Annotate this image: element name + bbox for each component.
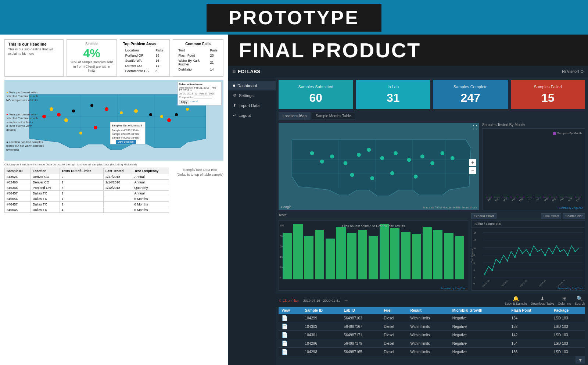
scatter-plot-btn[interactable]: Scatter Plot (563, 213, 585, 219)
kpi-complete-value: 247 (439, 91, 502, 105)
top-problems-title: Top Problem Areas (123, 42, 167, 46)
table-row[interactable]: #43524Denver CO22/17/2018Annual (5, 174, 169, 180)
clear-filter-btn[interactable]: ✕ Clear Filter (279, 299, 299, 303)
tests-label: Tests: (279, 213, 470, 219)
zoom-in-btn[interactable]: + (469, 159, 476, 166)
table-row[interactable]: 📄104301564987171DieselWithin limitsNegat… (279, 331, 585, 339)
view-icon[interactable]: 📄 (279, 339, 302, 348)
svg-text:Sample # 53455  3 Fails: Sample # 53455 3 Fails (112, 133, 139, 136)
green-bar[interactable] (380, 224, 389, 279)
svg-point-14 (134, 109, 138, 113)
columns-btn[interactable]: ⊞ Columns (558, 296, 571, 305)
svg-text:0: 0 (473, 282, 475, 285)
download-table-btn[interactable]: ⬇ Download Table (531, 296, 554, 305)
table-row[interactable]: #45346Portland OR32/12/2018Quarterly (5, 185, 169, 191)
svg-text:Sample # 00566  3 Fails: Sample # 00566 3 Fails (112, 136, 139, 139)
logout-icon: ↩ (233, 113, 236, 118)
table-row[interactable]: #45645Dallas TX46 Months (5, 207, 169, 213)
apply-btn[interactable]: Apply (179, 100, 189, 104)
submit-sample-btn[interactable]: 🔔 Submit Sample (505, 296, 527, 305)
svg-text:4: 4 (473, 269, 475, 272)
green-bar[interactable] (369, 236, 378, 279)
final-banner: FINAL PRODUCT (228, 35, 588, 66)
proto-table: Sample ID Location Tests Out of Limits L… (4, 168, 169, 213)
view-icon[interactable]: 📄 (279, 348, 302, 356)
dash-header: ≡ FOI LABS Hi Visitor! ⊙ (228, 66, 588, 77)
sidebar-item-import[interactable]: ⬆ Import Data (228, 100, 276, 110)
green-bar[interactable] (390, 228, 399, 279)
chart-bar-group: May (519, 197, 524, 201)
tab-sample-months[interactable]: Sample Months Table (312, 112, 355, 120)
svg-point-49 (430, 161, 434, 165)
dash-logo: ≡ FOI LABS (232, 68, 260, 75)
dash-sidebar: Dashboard ⚙ Settings ⬆ Import Data ↩ Log… (228, 77, 276, 365)
green-bar[interactable] (293, 224, 302, 279)
view-icon[interactable]: 📄 (279, 322, 302, 331)
green-bar[interactable] (283, 233, 292, 279)
svg-text:Test Results: Test Results (472, 248, 474, 262)
table-row[interactable]: 📄104296564987179DieselWithin limitsNegat… (279, 339, 585, 348)
green-bar[interactable] (304, 236, 313, 279)
line-chart-title: Sulfur / Count:100 (472, 221, 585, 228)
green-bar[interactable] (455, 236, 464, 279)
dash-middle: + − Google Map data ©2019 Google, INEGI … (276, 120, 588, 213)
dt-col-lab-id: Lab ID (341, 307, 381, 314)
expand-chart-btn[interactable]: Expand Chart (471, 213, 496, 219)
submit-label: Submit Sample (505, 302, 527, 305)
compare-to-input[interactable] (194, 96, 212, 99)
chart-bar-group: Jun (527, 197, 533, 201)
click-text: Click on test column to Graph/Chart resu… (342, 224, 405, 228)
filter-label: Clear Filter (283, 299, 299, 303)
col-last-tested: Last Tested (103, 168, 132, 174)
line-chart-btn[interactable]: Line Chart (541, 213, 562, 219)
table-row[interactable]: #46457Dallas TX26 Months (5, 202, 169, 207)
table-row[interactable]: #56457Dallas TX1Annual (5, 191, 169, 196)
sidebar-label-logout: Logout (239, 113, 251, 118)
table-row[interactable]: 📄104303564987167DieselWithin limitsNegat… (279, 322, 585, 331)
chart-bar-group: Mar (502, 197, 508, 201)
green-bar[interactable] (412, 234, 421, 279)
svg-point-23 (79, 132, 82, 135)
kpi-row: Samples Submitted 60 In Lab 31 Samples C… (276, 77, 588, 112)
green-bar[interactable] (336, 227, 345, 279)
green-bar[interactable] (358, 230, 367, 279)
svg-point-79 (529, 254, 531, 256)
table-row[interactable]: 📄104299564987163DieselWithin limitsNegat… (279, 314, 585, 322)
green-bar[interactable] (433, 230, 442, 279)
tab-locations-map[interactable]: Locations Map (279, 112, 311, 120)
table-row[interactable]: 📄104298564987165DieselWithin limitsNegat… (279, 348, 585, 356)
view-icon[interactable]: 📄 (279, 331, 302, 339)
green-bar[interactable] (315, 230, 324, 279)
sidebar-item-logout[interactable]: ↩ Logout (228, 110, 276, 120)
svg-point-78 (522, 253, 523, 254)
annotation-red: ● Tests performed withinselected Timefra… (6, 113, 38, 132)
svg-point-41 (330, 154, 334, 158)
chart-bar-group: Apr (510, 197, 516, 201)
logo-icon: ≡ (232, 68, 236, 75)
green-bar[interactable] (444, 233, 453, 279)
scroll-down-btn[interactable]: ▼ (576, 356, 585, 364)
green-bar[interactable] (423, 227, 432, 279)
green-bar[interactable] (401, 232, 410, 279)
svg-text:12: 12 (473, 239, 476, 242)
green-bar[interactable] (347, 233, 356, 279)
search-btn[interactable]: 🔍 Search (574, 296, 585, 305)
green-bar[interactable] (326, 239, 335, 279)
table-row[interactable]: #45654Dallas TX16 Months (5, 196, 169, 202)
svg-point-45 (380, 156, 384, 160)
sidebar-label-import: Import Data (239, 103, 259, 108)
cancel-link[interactable]: cancel (191, 100, 198, 104)
view-icon[interactable]: 📄 (279, 314, 302, 322)
dash-map-area: + − Google Map data ©2019 Google, INEGI … (279, 123, 479, 210)
table-row[interactable]: #62468Denver CO12/14/2018Annual (5, 180, 169, 185)
cf-col-test: Test (177, 48, 208, 53)
fullscreen-icon[interactable]: ⛶ (473, 125, 477, 130)
annotation-black: ● Location has had samplestested but not… (6, 140, 44, 152)
svg-point-43 (357, 153, 361, 157)
svg-point-7 (42, 115, 46, 118)
sidebar-item-settings[interactable]: ⚙ Settings (228, 90, 276, 100)
sidebar-item-dashboard[interactable]: Dashboard (228, 81, 276, 90)
chart-powered: Powered by ZingChart (557, 207, 583, 209)
kpi-complete: Samples Complete 247 (433, 80, 508, 109)
zoom-out-btn[interactable]: − (469, 167, 476, 174)
